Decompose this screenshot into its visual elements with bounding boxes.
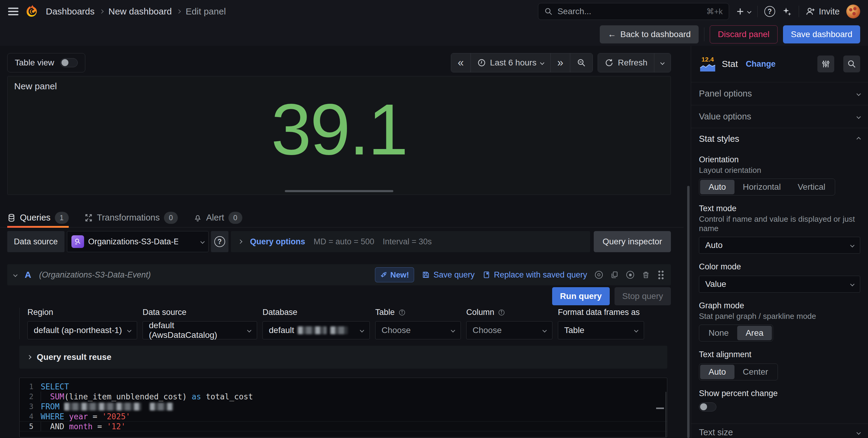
catalog-select[interactable]: default (AwsDataCatalog) xyxy=(143,321,257,339)
format-value: Table xyxy=(564,325,584,335)
code-line[interactable]: 3 FROM xyxy=(20,402,667,411)
plugin-name: Stat xyxy=(722,59,738,69)
query-inspector-button[interactable]: Query inspector xyxy=(594,231,671,252)
orientation-control: Orientation Layout orientation Auto Hori… xyxy=(699,155,860,196)
back-to-dashboard-button[interactable]: ← Back to dashboard xyxy=(600,25,699,43)
sql-editor[interactable]: 1 SELECT 2 SUM(line_item_unblended_cost)… xyxy=(19,378,667,437)
pane-scrollbar[interactable] xyxy=(687,186,689,438)
chevron-down-icon xyxy=(540,61,544,65)
replace-saved-query-button[interactable]: Replace with saved query xyxy=(483,270,587,280)
tab-alert[interactable]: Alert 0 xyxy=(193,208,242,228)
time-range-picker[interactable]: Last 6 hours xyxy=(470,53,550,72)
help-button[interactable]: ? xyxy=(764,6,775,17)
section-panel-options[interactable]: Panel options xyxy=(691,82,868,105)
section-stat-styles[interactable]: Stat styles xyxy=(691,128,868,150)
line-number: 4 xyxy=(20,412,33,421)
drag-handle[interactable] xyxy=(658,270,664,280)
stat-plugin-icon: 12.4 xyxy=(699,56,716,72)
show-percent-change-toggle[interactable] xyxy=(699,402,716,411)
save-query-button[interactable]: Save query xyxy=(422,270,475,280)
search-input[interactable]: Search... ⌘+k xyxy=(538,3,729,20)
refresh-button[interactable]: Refresh xyxy=(598,53,654,72)
time-shift-back-button[interactable]: « xyxy=(451,53,470,72)
query-result-reuse-section[interactable]: Query result reuse xyxy=(19,346,667,369)
editor-scrollbar[interactable] xyxy=(665,392,666,437)
breadcrumb-new-dashboard[interactable]: New dashboard xyxy=(108,6,172,17)
hide-response-icon[interactable] xyxy=(626,271,634,279)
run-query-button[interactable]: Run query xyxy=(552,287,610,305)
change-visualization-link[interactable]: Change xyxy=(746,59,775,69)
color-mode-select[interactable]: Value xyxy=(699,276,860,293)
chevron-down-icon xyxy=(857,114,861,119)
breadcrumb-dashboards[interactable]: Dashboards xyxy=(46,6,95,17)
column-select[interactable]: Choose xyxy=(466,321,553,339)
code-line-current[interactable]: 5 AND month = '12' xyxy=(20,421,667,431)
tab-count: 0 xyxy=(164,212,178,224)
table-select[interactable]: Choose xyxy=(375,321,461,339)
ai-assistant-button[interactable] xyxy=(782,6,792,17)
search-icon xyxy=(544,7,553,16)
info-icon[interactable] xyxy=(498,309,505,316)
sql-keyword: as xyxy=(192,392,201,401)
menu-button[interactable] xyxy=(8,7,19,16)
orientation-vertical[interactable]: Vertical xyxy=(789,180,834,194)
text-alignment-auto[interactable]: Auto xyxy=(700,365,735,379)
orientation-horizontal[interactable]: Horizontal xyxy=(735,180,789,194)
datasource-help-button[interactable]: ? xyxy=(211,231,228,252)
text-alignment-center[interactable]: Center xyxy=(735,365,777,379)
disable-query-icon[interactable] xyxy=(595,271,603,279)
query-options-label[interactable]: Query options xyxy=(250,237,305,246)
redacted-text xyxy=(150,403,173,411)
time-shift-forward-button[interactable]: » xyxy=(550,53,570,72)
code-line[interactable]: 1 SELECT xyxy=(20,382,667,391)
database-select[interactable]: default xyxy=(262,321,370,339)
grafana-logo[interactable] xyxy=(25,4,39,19)
filter-options-button[interactable] xyxy=(817,56,834,72)
chevron-down-icon xyxy=(660,61,664,65)
section-text-size[interactable]: Text size xyxy=(691,424,868,438)
graph-mode-area[interactable]: Area xyxy=(737,326,772,340)
duplicate-query-icon[interactable] xyxy=(611,271,618,279)
orientation-auto[interactable]: Auto xyxy=(700,180,735,194)
query-name: (Organizations-S3-Data-Event) xyxy=(39,270,151,280)
refresh-interval-button[interactable] xyxy=(654,53,671,72)
search-options-button[interactable] xyxy=(843,56,860,72)
breadcrumb-edit-panel: Edit panel xyxy=(186,6,226,17)
region-select[interactable]: default (ap-northeast-1) xyxy=(27,321,137,339)
save-dashboard-button[interactable]: Save dashboard xyxy=(783,25,860,43)
switch-knob xyxy=(61,59,68,66)
datasource-picker[interactable]: Organizations-S3-Data-E xyxy=(67,231,209,252)
query-options-bar[interactable]: Query options MD = auto = 500 Interval =… xyxy=(231,231,590,252)
chevron-down-icon xyxy=(127,328,131,332)
stop-query-button[interactable]: Stop query xyxy=(615,287,671,305)
user-avatar[interactable] xyxy=(846,4,860,19)
add-button[interactable] xyxy=(736,7,751,16)
remove-query-icon[interactable] xyxy=(642,270,650,279)
new-feature-badge[interactable]: New! xyxy=(375,267,414,282)
show-percent-change-control: Show percent change xyxy=(699,389,860,413)
database-label: Database xyxy=(262,308,298,317)
chevron-down-icon xyxy=(451,328,455,332)
info-icon[interactable] xyxy=(398,309,406,316)
question-icon: ? xyxy=(214,236,225,247)
format-select[interactable]: Table xyxy=(558,321,644,339)
text-mode-select[interactable]: Auto xyxy=(699,237,860,254)
code-line[interactable]: 2 SUM(line_item_unblended_cost) as total… xyxy=(20,391,667,402)
section-value-options[interactable]: Value options xyxy=(691,105,868,128)
sql-text: total_cost xyxy=(201,392,253,401)
text-alignment-control: Text alignment Auto Center xyxy=(699,350,860,380)
stat-panel[interactable]: New panel 39.1 xyxy=(7,76,671,195)
query-row-header[interactable]: A (Organizations-S3-Data-Event) New! Sav… xyxy=(7,264,671,285)
discard-panel-button[interactable]: Discard panel xyxy=(710,25,778,43)
graph-mode-none[interactable]: None xyxy=(700,326,737,340)
catalog-label: Data source xyxy=(143,308,187,317)
invite-button[interactable]: Invite xyxy=(806,7,840,17)
sql-operator: AND xyxy=(50,422,64,431)
tab-transformations[interactable]: Transformations 0 xyxy=(84,208,178,228)
tab-queries[interactable]: Queries 1 xyxy=(7,208,69,228)
chevron-down-icon[interactable] xyxy=(13,273,18,277)
table-view-toggle[interactable]: Table view xyxy=(7,53,85,72)
table-view-switch[interactable] xyxy=(60,58,78,67)
code-line[interactable]: 4 WHERE year = '2025' xyxy=(20,411,667,421)
zoom-out-button[interactable] xyxy=(570,53,592,72)
